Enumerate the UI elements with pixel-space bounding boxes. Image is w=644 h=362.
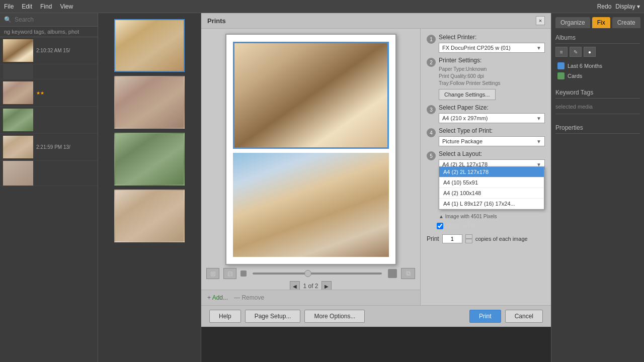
print-qty-input[interactable]: 1	[442, 234, 462, 243]
printer-value: FX DocuPrint CP205 w (01)	[442, 45, 511, 51]
step-select-printer: 1 Select Printer: FX DocuPrint CP205 w (…	[427, 34, 545, 53]
tab-fix[interactable]: Fix	[592, 17, 610, 28]
full-view-button[interactable]: ⧉	[401, 268, 415, 279]
fit-page-icon: ⊞	[210, 270, 216, 278]
albums-btn-3[interactable]: ●	[584, 47, 596, 57]
footer-left-buttons: Help Page Setup... More Options...	[209, 310, 365, 323]
step-layout: 5 Select a Layout: A4 (2) 2L 127x178 ▼ A…	[427, 150, 545, 169]
print-type-dropdown[interactable]: Picture Package ▼	[439, 136, 545, 146]
thumb-image	[3, 81, 33, 104]
properties-title: Properties	[555, 122, 640, 134]
thumb-image	[3, 161, 33, 186]
page-setup-button[interactable]: Page Setup...	[245, 310, 301, 323]
menu-edit[interactable]: Edit	[22, 3, 32, 10]
qty-down-button[interactable]: ▼	[465, 239, 472, 243]
preview-toolbar: ⊞ ⊟ ⧉	[206, 268, 415, 279]
zoom-small-icon	[240, 270, 247, 277]
display-label[interactable]: Display ▾	[615, 3, 640, 10]
strip-thumb-siblings[interactable]	[114, 76, 185, 129]
album-last-6-months[interactable]: Last 6 Months	[555, 61, 640, 71]
right-panel: Organize Fix Create Albums ≡ ✎ ● Last 6 …	[551, 13, 644, 362]
fit-page-button[interactable]: ⊞	[206, 268, 219, 279]
list-item[interactable]: 2:21:59 PM 13/	[0, 134, 98, 161]
album-cards[interactable]: Cards	[555, 71, 640, 81]
thumb-image	[3, 109, 33, 131]
layout-dropdown-list: A4 (2) 2L 127x178 A4 (10) 55x91 A4 (2) 1…	[439, 166, 544, 210]
thumb-image	[3, 64, 33, 79]
main-content: Prints × ⊞ ⊟	[98, 13, 551, 362]
keyword-hint: ng keyword tags, albums, phot	[0, 27, 98, 37]
layout-option-2[interactable]: A4 (2) 100x148	[439, 188, 544, 199]
strip-thumb-4[interactable]	[114, 190, 185, 242]
step-num-5: 5	[427, 151, 436, 160]
qty-spinner: ▲ ▼	[465, 234, 472, 243]
printer-dropdown[interactable]: FX DocuPrint CP205 w (01) ▼	[439, 43, 545, 53]
fit-image-info: ▲ Image with 4501 Pixels	[427, 214, 545, 219]
keyword-tags-title: Keyword Tags	[555, 87, 640, 99]
album-label-cards: Cards	[568, 73, 582, 79]
zoom-slider-thumb[interactable]	[304, 270, 311, 277]
thumb-image	[3, 39, 33, 62]
album-icon-blue	[557, 62, 565, 69]
list-item[interactable]	[0, 64, 98, 79]
print-label: Print	[427, 235, 439, 242]
redo-label[interactable]: Redo	[597, 3, 612, 10]
list-item[interactable]: 2:10:32 AM 15/	[0, 37, 98, 64]
list-item[interactable]	[0, 107, 98, 134]
crop-to-fit-checkbox[interactable]	[437, 223, 443, 229]
layout-option-0[interactable]: A4 (2) 2L 127x178	[439, 167, 544, 177]
add-button[interactable]: + Add...	[207, 294, 228, 301]
cancel-button[interactable]: Cancel	[505, 310, 543, 323]
actual-size-button[interactable]: ⊟	[223, 268, 236, 279]
crop-to-fit-row: Crop to Fit	[427, 222, 545, 229]
paper-size-dropdown[interactable]: A4 (210 x 297mm) ▼	[439, 113, 545, 123]
change-settings-button[interactable]: Change Settings...	[439, 89, 496, 100]
tab-create[interactable]: Create	[612, 17, 640, 28]
step-printer-settings: 2 Printer Settings: Paper Type:Unknown P…	[427, 57, 545, 100]
thumb-meta: ★★	[36, 89, 44, 97]
preview-area: ⊞ ⊟ ⧉	[201, 29, 420, 305]
help-button[interactable]: Help	[209, 310, 241, 323]
layout-option-3[interactable]: A4 (1) L 89x127 (16) 17x24...	[439, 199, 544, 209]
menu-file[interactable]: File	[4, 3, 14, 10]
settings-panel: 1 Select Printer: FX DocuPrint CP205 w (…	[420, 29, 551, 305]
selected-media-label: selected media	[555, 102, 640, 112]
add-remove-bar: + Add... — Remove	[201, 290, 420, 305]
list-item[interactable]: ★★	[0, 79, 98, 107]
step-paper-size: 3 Select Paper Size: A4 (210 x 297mm) ▼	[427, 104, 545, 123]
print-qty-row: Print 1 ▲ ▼ copies of each image	[427, 234, 545, 243]
print-button[interactable]: Print	[469, 310, 501, 323]
album-label: Last 6 Months	[568, 63, 602, 69]
paper-type-label: Paper Type:Unknown	[439, 66, 545, 73]
top-toolbar: Redo Display ▾	[593, 0, 644, 13]
search-icon: 🔍	[4, 16, 12, 23]
keyword-tags-section: Keyword Tags selected media	[555, 87, 640, 112]
right-tabs: Organize Fix Create	[555, 17, 640, 28]
zoom-large-icon	[388, 269, 397, 278]
search-input[interactable]	[15, 16, 94, 23]
more-options-button[interactable]: More Options...	[304, 310, 365, 323]
zoom-slider-track	[253, 273, 382, 275]
albums-btn-1[interactable]: ≡	[555, 47, 568, 57]
menu-find[interactable]: Find	[40, 3, 52, 10]
step-num-2: 2	[427, 58, 436, 67]
list-item[interactable]	[0, 161, 98, 186]
step-print-type: 4 Select Type of Print: Picture Package …	[427, 127, 545, 146]
remove-button[interactable]: — Remove	[234, 294, 264, 301]
dialog-titlebar: Prints ×	[201, 13, 551, 29]
step-num-3: 3	[427, 105, 436, 114]
strip-thumb-baby[interactable]	[114, 19, 185, 72]
printer-dropdown-arrow: ▼	[536, 45, 541, 51]
print-type-arrow: ▼	[536, 139, 541, 144]
albums-edit-icon[interactable]: ✎	[570, 47, 582, 57]
layout-option-1[interactable]: A4 (10) 55x91	[439, 177, 544, 188]
dialog-close-button[interactable]: ×	[536, 16, 545, 25]
dialog-footer: Help Page Setup... More Options... Print…	[201, 305, 551, 327]
footer-right-buttons: Print Cancel	[469, 310, 543, 323]
menu-view[interactable]: View	[60, 3, 73, 10]
tab-organize[interactable]: Organize	[555, 17, 590, 28]
print-type-label: Select Type of Print:	[439, 127, 545, 134]
strip-thumb-outdoor[interactable]	[114, 133, 185, 186]
select-printer-label: Select Printer:	[439, 34, 545, 41]
qty-up-button[interactable]: ▲	[465, 234, 472, 239]
